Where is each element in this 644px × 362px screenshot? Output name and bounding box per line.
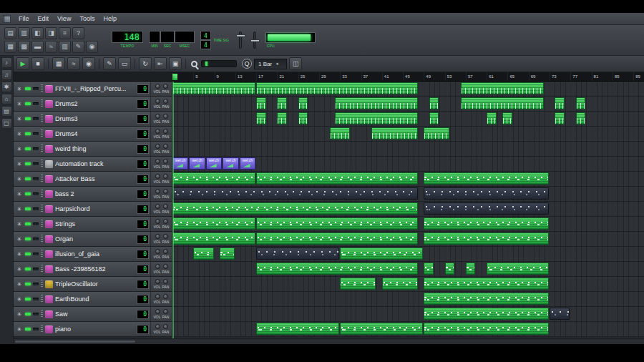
pattern-segment[interactable] (382, 278, 418, 290)
track-grip-handle[interactable] (41, 129, 43, 138)
track-name[interactable]: Drums2 (55, 100, 135, 107)
pattern-segment[interactable] (256, 172, 418, 185)
zoom-slider-handle[interactable] (205, 62, 208, 66)
track-gear-icon[interactable]: ✳ (16, 161, 23, 167)
pattern-segment[interactable] (424, 308, 549, 320)
track-gear-icon[interactable]: ✳ (16, 146, 23, 152)
master-pitch-slider[interactable] (253, 31, 256, 49)
track-grip-handle[interactable] (41, 310, 43, 318)
solo-led[interactable] (33, 132, 39, 135)
track-fx-channel-display[interactable]: 0 (137, 190, 148, 198)
pattern-segment[interactable] (256, 112, 266, 124)
track-gear-icon[interactable]: ✳ (16, 311, 23, 318)
volume-knob[interactable] (155, 294, 160, 299)
pattern-segment[interactable] (298, 97, 308, 109)
mute-led[interactable] (25, 192, 31, 195)
pan-knob[interactable] (163, 129, 168, 134)
track-grip-handle[interactable] (41, 325, 43, 333)
solo-led[interactable] (33, 238, 39, 240)
track-fx-channel-display[interactable]: 0 (137, 115, 148, 123)
solo-led[interactable] (33, 192, 39, 195)
volume-knob[interactable] (155, 279, 160, 284)
loop-button[interactable]: ↻ (139, 57, 152, 70)
track-grip-handle[interactable] (41, 250, 43, 258)
zoom-slider[interactable] (201, 60, 237, 67)
mute-led[interactable] (25, 117, 31, 120)
root-directory-button[interactable]: ▤ (1, 106, 12, 117)
pattern-segment[interactable] (256, 82, 418, 94)
track-gear-icon[interactable]: ✳ (16, 206, 23, 212)
mute-led[interactable] (25, 162, 31, 165)
solo-led[interactable] (33, 87, 39, 90)
tempo-display[interactable]: 148 (112, 31, 142, 42)
track-gear-icon[interactable]: ✳ (16, 176, 23, 182)
pattern-segment[interactable] (277, 97, 287, 109)
track-grip-handle[interactable] (41, 145, 43, 153)
track-name[interactable]: Automation track (55, 160, 135, 167)
track-lane[interactable]: wel.chwel.chwel.chwel.chwel.ch (172, 157, 644, 171)
track-lane[interactable] (172, 292, 644, 306)
pan-knob[interactable] (163, 234, 168, 239)
solo-led[interactable] (33, 222, 39, 225)
whats-this-button[interactable]: ? (72, 27, 84, 39)
solo-led[interactable] (33, 298, 39, 300)
pan-knob[interactable] (163, 249, 168, 254)
app-icon[interactable] (3, 15, 11, 23)
track-lane[interactable] (172, 307, 644, 321)
pattern-segment[interactable] (172, 172, 255, 185)
track-gear-icon[interactable]: ✳ (16, 131, 23, 137)
track-grip-handle[interactable] (41, 114, 43, 123)
mute-led[interactable] (25, 283, 31, 285)
volume-knob[interactable] (155, 309, 160, 314)
mute-led[interactable] (25, 132, 31, 135)
track-lane[interactable] (172, 202, 644, 216)
pattern-segment[interactable] (555, 112, 565, 124)
pattern-segment[interactable] (424, 263, 434, 275)
fx-mixer-button[interactable]: ▥ (59, 41, 71, 53)
pan-knob[interactable] (163, 174, 168, 179)
track-lane[interactable] (172, 97, 644, 111)
pan-knob[interactable] (163, 279, 168, 284)
track-lane[interactable] (172, 127, 644, 141)
edit-mode-button[interactable]: ▭ (118, 57, 131, 70)
solo-led[interactable] (33, 328, 39, 331)
solo-led[interactable] (33, 177, 39, 180)
master-volume-slider[interactable] (239, 31, 242, 49)
track-grip-handle[interactable] (41, 295, 43, 303)
pattern-segment[interactable] (487, 112, 497, 124)
automation-segment[interactable]: wel.ch (223, 157, 238, 170)
open-project-button[interactable]: ▥ (18, 27, 30, 39)
menu-edit[interactable]: Edit (34, 14, 54, 23)
pattern-segment[interactable] (461, 97, 544, 109)
pattern-segment[interactable] (340, 323, 423, 335)
track-fx-channel-display[interactable]: 0 (137, 145, 148, 153)
solo-led[interactable] (33, 313, 39, 315)
track-name[interactable]: Drums4 (55, 130, 135, 137)
track-name[interactable]: Attacker Bass (55, 175, 135, 182)
track-name[interactable]: Bass -239856182 (55, 265, 135, 273)
pattern-segment[interactable] (555, 97, 565, 109)
automation-segment[interactable]: wel.ch (172, 157, 188, 170)
track-grip-handle[interactable] (41, 205, 43, 213)
track-lane[interactable] (172, 82, 644, 96)
pattern-segment[interactable] (429, 97, 439, 109)
volume-knob[interactable] (155, 189, 160, 194)
pattern-segment[interactable] (424, 217, 549, 230)
mute-led[interactable] (25, 207, 31, 210)
track-grip-handle[interactable] (41, 175, 43, 183)
pattern-segment[interactable] (277, 112, 287, 124)
pattern-segment[interactable] (256, 263, 418, 275)
track-fx-channel-display[interactable]: 0 (137, 175, 148, 183)
track-fx-channel-display[interactable]: 0 (137, 130, 148, 138)
volume-knob[interactable] (155, 204, 160, 209)
track-name[interactable]: TripleOscillator (55, 280, 135, 288)
track-lane[interactable] (172, 187, 644, 201)
mute-led[interactable] (25, 328, 31, 331)
pattern-segment[interactable] (550, 308, 570, 320)
volume-knob[interactable] (155, 219, 160, 224)
volume-knob[interactable] (155, 84, 160, 89)
export-project-button[interactable]: ◨ (45, 27, 57, 39)
pattern-segment[interactable] (424, 278, 549, 290)
pattern-segment[interactable] (424, 187, 549, 200)
pattern-segment[interactable] (424, 293, 549, 305)
